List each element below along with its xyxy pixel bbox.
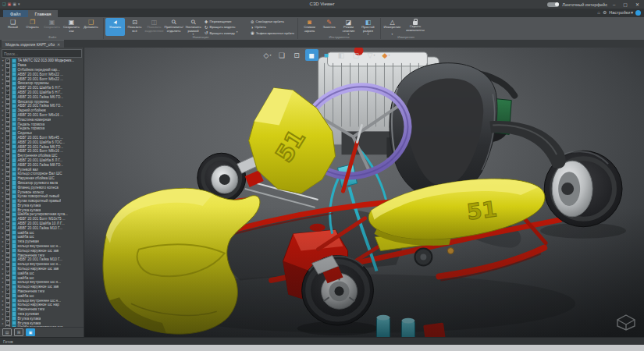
caret-icon[interactable]: ▸ [2,73,5,76]
caret-icon[interactable]: ▸ [2,204,5,207]
tree-root-item[interactable]: ▾ ✓ ТА МКТС 022 013.000 Модерниз... [2,58,84,63]
close-button[interactable]: ✕ [633,1,642,9]
pan-item[interactable]: ✚ Перемещение [205,19,248,24]
caret-icon[interactable]: ▸ [2,90,5,94]
save-as-button[interactable]: ▣ Сохранить как [62,18,81,36]
new-button[interactable]: ❏ Новый [3,18,23,36]
caret-icon[interactable]: ▸ [2,317,5,321]
caret-icon[interactable]: ▸ [2,194,5,198]
caret-icon[interactable]: ▸ [2,280,5,284]
caret-icon[interactable]: ▸ [2,95,5,99]
caret-icon[interactable]: ▸ [2,217,5,221]
view-orientation-button[interactable]: ◇ ▾ [261,49,274,61]
display-shaded-button[interactable]: ◼ [305,49,318,61]
caret-icon[interactable]: ▸ [2,145,5,149]
caret-icon[interactable]: ▸ [2,231,5,235]
display-shaded-edges-button[interactable]: ◧ [335,49,348,61]
note-button[interactable]: ✎ Заметка [319,18,339,36]
appearance-button[interactable]: ◆ ▾ [379,49,393,61]
caret-icon[interactable]: ▸ [2,154,5,158]
display-wireframe-button[interactable]: ▢ [350,49,363,61]
caret-icon[interactable]: ▸ [2,118,5,122]
caret-icon[interactable]: ▸ [2,249,5,253]
zoom-window-button[interactable]: ⚲ Увеличить рамкой ▾ [183,18,203,36]
caret-icon[interactable]: ▸ [2,131,5,135]
caret-icon[interactable]: ▸ [2,86,5,90]
caret-icon[interactable]: ▸ [2,63,5,67]
caret-icon[interactable]: ▸ [2,168,5,172]
minimize-button[interactable]: – [610,1,617,9]
save-quick-icon[interactable]: ▣ [7,2,11,6]
hide-components-button[interactable]: Скрыть компоненты [402,18,429,35]
filter-button[interactable]: ▽ ▾ [365,49,378,61]
interface-toggle[interactable] [547,2,559,7]
caret-icon[interactable]: ▸ [2,113,5,117]
screenshot-button[interactable]: ◙ Снимок экрана [300,18,319,36]
caret-icon[interactable]: ▸ [2,307,5,311]
save-all-quick-icon[interactable]: ▣ [12,2,16,6]
measure-button[interactable]: △ Измерение ▾ [382,18,402,36]
ghost-box-button[interactable]: ❏ [276,49,289,61]
help-gear-icon[interactable]: ⚙ [603,9,607,16]
home-icon[interactable]: ⌂ [597,9,600,16]
caret-icon[interactable]: ▸ [2,163,5,167]
caret-icon[interactable]: ▾ [2,58,5,62]
caret-icon[interactable]: ▸ [2,68,5,72]
zoom-in-out-button[interactable]: ⚲ Приблизить/ отдалить [164,18,183,36]
caret-icon[interactable]: ▸ [2,199,5,203]
caret-icon[interactable]: ▸ [2,208,5,212]
caret-icon[interactable]: ▸ [2,176,5,180]
settings-menu[interactable]: Настройки ▾ [609,10,633,15]
show-all-button[interactable]: ⊡ Показать всё [125,18,144,36]
caret-icon[interactable]: ▸ [2,172,5,176]
caret-icon[interactable]: ▸ [2,254,5,257]
caret-icon[interactable]: ▸ [2,104,5,108]
caret-icon[interactable]: ▸ [2,136,5,140]
caret-icon[interactable]: ▸ [2,244,5,248]
document-tab[interactable]: Модель изделия КАРТ_сбо ✕ [2,40,64,48]
caret-icon[interactable]: ▸ [2,321,5,325]
caret-icon[interactable]: ▸ [2,81,5,85]
caret-icon[interactable]: ▸ [2,212,5,216]
caret-icon[interactable]: ▸ [2,299,5,303]
tab-home[interactable]: Главная [28,10,59,17]
caret-icon[interactable]: ▸ [2,190,5,194]
rotate-model-item[interactable]: ↻ Вращать модель [205,24,248,30]
free-orbit-item[interactable]: ⊚ Свободная орбита [251,19,294,24]
caret-icon[interactable]: ▸ [2,186,5,190]
close-icon[interactable]: ✕ [57,42,60,47]
caret-icon[interactable]: ▸ [2,140,5,144]
caret-icon[interactable]: ▸ [2,289,5,293]
caret-icon[interactable]: ▸ [2,108,5,112]
tree-expand-button[interactable]: ⊞ [14,328,23,336]
caret-icon[interactable]: ▸ [2,285,5,289]
select-button[interactable]: ➤ Указать [105,18,125,36]
caret-icon[interactable]: ▸ [2,276,5,280]
caret-icon[interactable]: ▸ [2,303,5,307]
tab-file[interactable]: Файл [3,10,28,17]
save-button[interactable]: ▣ Сохранить [42,18,62,36]
open-button[interactable]: ❐ Открыть [23,18,42,36]
caret-icon[interactable]: ▸ [2,257,5,261]
tree-sync-button[interactable]: ▣ [26,328,35,336]
display-solid-button[interactable]: ■ [320,49,333,61]
quick-access-caret-icon[interactable]: ▾ [18,2,20,6]
caret-icon[interactable]: ▸ [2,239,5,243]
caret-icon[interactable]: ▸ [2,158,5,162]
show-selected-button[interactable]: ◫ Показать выделенное [144,18,164,36]
caret-icon[interactable]: ▸ [2,181,5,185]
new-file-quick-icon[interactable]: ❏ [2,2,5,6]
add-button[interactable]: ❑ Добавить [81,18,101,36]
caret-icon[interactable]: ▸ [2,77,5,81]
tree-collapse-button[interactable]: ▤ [2,328,12,336]
caret-icon[interactable]: ▸ [2,262,5,266]
caret-icon[interactable]: ▸ [2,271,5,275]
caret-icon[interactable]: ▸ [2,267,5,271]
caret-icon[interactable]: ▸ [2,149,5,153]
section-mode-button[interactable]: ◪ Режим сечения ▾ [339,18,358,36]
fit-gabarit-button[interactable]: ⊡ [290,49,304,61]
caret-icon[interactable]: ▸ [2,100,5,104]
caret-icon[interactable]: ▸ [2,235,5,239]
caret-icon[interactable]: ▸ [2,222,5,225]
orbit-item[interactable]: ◑ Орбита [251,24,294,30]
